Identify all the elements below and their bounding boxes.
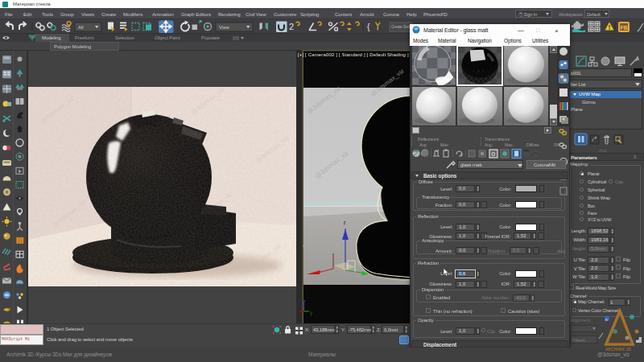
svg-text:All: All xyxy=(78,25,84,30)
svg-text:FB: FB xyxy=(621,25,628,31)
svg-text:View: View xyxy=(219,25,230,30)
svg-text:0: 0 xyxy=(492,150,496,158)
svg-text:z: z xyxy=(344,220,346,225)
svg-text:z: z xyxy=(299,298,301,304)
svg-text:2: 2 xyxy=(289,22,294,31)
svg-text:{: { xyxy=(367,22,370,31)
